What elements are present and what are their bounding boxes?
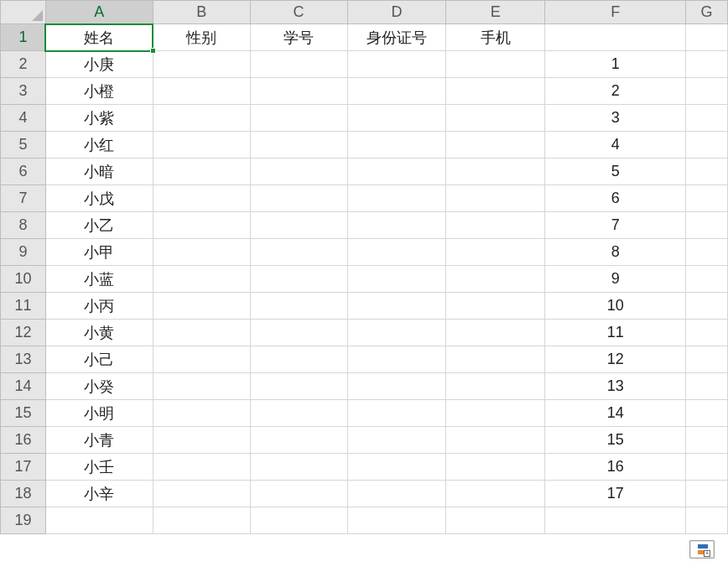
cell-D11[interactable]: [347, 293, 446, 320]
cell-F9[interactable]: 8: [545, 239, 686, 266]
cell-G9[interactable]: [686, 239, 728, 266]
cell-C5[interactable]: [250, 132, 347, 159]
cell-C18[interactable]: [250, 481, 347, 507]
cell-A18[interactable]: 小辛: [45, 481, 153, 507]
cell-C17[interactable]: [250, 454, 347, 481]
cell-B3[interactable]: [153, 78, 250, 105]
cell-G11[interactable]: [686, 293, 728, 320]
cell-B2[interactable]: [153, 51, 250, 78]
cell-D8[interactable]: [347, 212, 446, 239]
cell-G3[interactable]: [686, 78, 728, 105]
cell-C12[interactable]: [250, 320, 347, 346]
cell-B5[interactable]: [153, 132, 250, 159]
cell-B17[interactable]: [153, 454, 250, 481]
cell-A2[interactable]: 小庚: [45, 51, 153, 78]
paste-options-button[interactable]: +: [689, 540, 715, 559]
row-header-4[interactable]: 4: [1, 105, 46, 132]
cell-A14[interactable]: 小癸: [45, 373, 153, 400]
cell-B7[interactable]: [153, 185, 250, 212]
cell-G14[interactable]: [686, 373, 728, 400]
cell-B6[interactable]: [153, 159, 250, 185]
cell-E3[interactable]: [446, 78, 545, 105]
cell-D16[interactable]: [347, 427, 446, 454]
cell-C10[interactable]: [250, 266, 347, 293]
cell-A19[interactable]: [45, 507, 153, 534]
cell-F1[interactable]: [545, 24, 686, 51]
cell-B19[interactable]: [153, 507, 250, 534]
cell-C13[interactable]: [250, 346, 347, 373]
cell-F12[interactable]: 11: [545, 320, 686, 346]
cell-A10[interactable]: 小蓝: [45, 266, 153, 293]
cell-F13[interactable]: 12: [545, 346, 686, 373]
cell-A9[interactable]: 小甲: [45, 239, 153, 266]
cell-C16[interactable]: [250, 427, 347, 454]
row-header-2[interactable]: 2: [1, 51, 46, 78]
cell-B12[interactable]: [153, 320, 250, 346]
cell-D10[interactable]: [347, 266, 446, 293]
column-header-F[interactable]: F: [545, 1, 686, 24]
cell-A13[interactable]: 小己: [45, 346, 153, 373]
cell-G12[interactable]: [686, 320, 728, 346]
cell-E4[interactable]: [446, 105, 545, 132]
cell-D14[interactable]: [347, 373, 446, 400]
cell-A1[interactable]: 姓名: [45, 24, 153, 51]
cell-F17[interactable]: 16: [545, 454, 686, 481]
cell-A8[interactable]: 小乙: [45, 212, 153, 239]
cell-B14[interactable]: [153, 373, 250, 400]
column-header-B[interactable]: B: [153, 1, 250, 24]
cell-A4[interactable]: 小紫: [45, 105, 153, 132]
cell-E18[interactable]: [446, 481, 545, 507]
cell-A3[interactable]: 小橙: [45, 78, 153, 105]
cell-E9[interactable]: [446, 239, 545, 266]
cell-G1[interactable]: [686, 24, 728, 51]
cell-G7[interactable]: [686, 185, 728, 212]
cell-A17[interactable]: 小壬: [45, 454, 153, 481]
cell-C11[interactable]: [250, 293, 347, 320]
cell-E8[interactable]: [446, 212, 545, 239]
cell-B18[interactable]: [153, 481, 250, 507]
cell-F7[interactable]: 6: [545, 185, 686, 212]
cell-F8[interactable]: 7: [545, 212, 686, 239]
cell-G17[interactable]: [686, 454, 728, 481]
cell-F3[interactable]: 2: [545, 78, 686, 105]
cell-D1[interactable]: 身份证号: [347, 24, 446, 51]
cell-F6[interactable]: 5: [545, 159, 686, 185]
row-header-3[interactable]: 3: [1, 78, 46, 105]
cell-B9[interactable]: [153, 239, 250, 266]
cell-E7[interactable]: [446, 185, 545, 212]
cell-B8[interactable]: [153, 212, 250, 239]
cell-G16[interactable]: [686, 427, 728, 454]
column-header-C[interactable]: C: [250, 1, 347, 24]
cell-G15[interactable]: [686, 400, 728, 427]
cell-C2[interactable]: [250, 51, 347, 78]
row-header-5[interactable]: 5: [1, 132, 46, 159]
row-header-19[interactable]: 19: [1, 507, 46, 534]
cell-D17[interactable]: [347, 454, 446, 481]
cell-G18[interactable]: [686, 481, 728, 507]
cell-E14[interactable]: [446, 373, 545, 400]
row-header-8[interactable]: 8: [1, 212, 46, 239]
row-header-7[interactable]: 7: [1, 185, 46, 212]
cell-B10[interactable]: [153, 266, 250, 293]
cell-C7[interactable]: [250, 185, 347, 212]
cell-A16[interactable]: 小青: [45, 427, 153, 454]
cell-E6[interactable]: [446, 159, 545, 185]
cell-E11[interactable]: [446, 293, 545, 320]
cell-G10[interactable]: [686, 266, 728, 293]
fill-handle[interactable]: [150, 48, 156, 54]
cell-D3[interactable]: [347, 78, 446, 105]
row-header-9[interactable]: 9: [1, 239, 46, 266]
column-header-G[interactable]: G: [686, 1, 728, 24]
cell-G8[interactable]: [686, 212, 728, 239]
cell-D9[interactable]: [347, 239, 446, 266]
cell-F2[interactable]: 1: [545, 51, 686, 78]
row-header-17[interactable]: 17: [1, 454, 46, 481]
cell-G6[interactable]: [686, 159, 728, 185]
cell-F4[interactable]: 3: [545, 105, 686, 132]
cell-A12[interactable]: 小黄: [45, 320, 153, 346]
cell-D6[interactable]: [347, 159, 446, 185]
cell-G2[interactable]: [686, 51, 728, 78]
cell-D7[interactable]: [347, 185, 446, 212]
cell-E15[interactable]: [446, 400, 545, 427]
cell-E5[interactable]: [446, 132, 545, 159]
